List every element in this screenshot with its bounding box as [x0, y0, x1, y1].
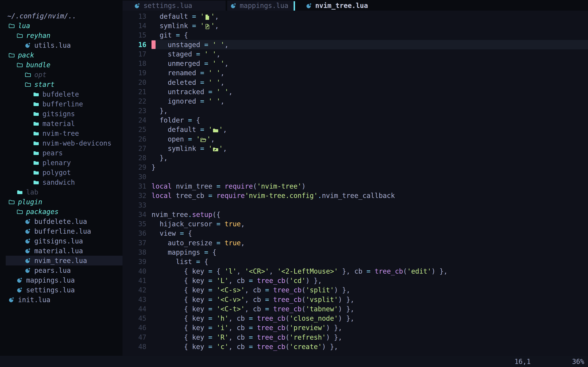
tree-item-bufferline[interactable]: bufferline: [0, 99, 122, 109]
code-text: mappings = {: [151, 248, 216, 256]
code-line-13[interactable]: 13 default = '',: [122, 12, 588, 21]
tree-item-utils.lua[interactable]: utils.lua: [0, 40, 122, 50]
tree-item-reyhan[interactable]: reyhan: [0, 31, 122, 40]
tree-item-lua[interactable]: lua: [0, 21, 122, 31]
code-line-44[interactable]: 44 { key = '<C-t>', cb = tree_cb('tabnew…: [122, 304, 588, 314]
tree-item-mappings.lua[interactable]: mappings.lua: [0, 275, 122, 285]
tree-item-start[interactable]: start: [0, 80, 122, 89]
code-line-39[interactable]: 39 list = {: [122, 257, 588, 267]
tab-mappings.lua[interactable]: mappings.lua: [227, 1, 294, 11]
code-line-26[interactable]: 26 open = '',: [122, 134, 588, 144]
folder-open-green-icon: [200, 137, 207, 143]
tab-nvim_tree.lua[interactable]: nvim_tree.lua: [295, 1, 392, 11]
code-text: renamed = ' ',: [151, 69, 225, 77]
code-text: local nvim_tree = require('nvim-tree'): [151, 182, 306, 190]
code-line-28[interactable]: 28 },: [122, 153, 588, 162]
code-text: { key = '<C-s>', cb = tree_cb('split') }…: [151, 286, 350, 294]
code-line-43[interactable]: 43 { key = '<C-v>', cb = tree_cb('vsplit…: [122, 295, 588, 304]
code-line-46[interactable]: 46 { key = 'i', cb = tree_cb('preview') …: [122, 323, 588, 333]
code-line-25[interactable]: 25 default = '',: [122, 125, 588, 134]
code-line-24[interactable]: 24 folder = {: [122, 115, 588, 125]
code-line-30[interactable]: 30: [122, 172, 588, 182]
code-line-48[interactable]: 48 { key = 'c', cb = tree_cb('create') }…: [122, 342, 588, 351]
code-line-21[interactable]: 21 untracked = ' ',: [122, 87, 588, 96]
tab-settings.lua[interactable]: settings.lua: [122, 1, 226, 11]
code-line-42[interactable]: 42 { key = '<C-s>', cb = tree_cb('split'…: [122, 285, 588, 295]
code-line-18[interactable]: 18 unmerged = ' ',: [122, 59, 588, 68]
code-line-32[interactable]: 32local tree_cb = require'nvim-tree.conf…: [122, 191, 588, 200]
tree-item-gitsigns.lua[interactable]: gitsigns.lua: [0, 236, 122, 246]
code-line-23[interactable]: 23 },: [122, 106, 588, 115]
tree-item-bufferline.lua[interactable]: bufferline.lua: [0, 226, 122, 236]
code-line-31[interactable]: 31local nvim_tree = require('nvim-tree'): [122, 182, 588, 191]
lua-icon: [25, 248, 31, 254]
tree-root-path[interactable]: ~/.config/nvim/..: [0, 11, 122, 21]
code-line-29[interactable]: 29}: [122, 163, 588, 172]
code-line-15[interactable]: 15 git = {: [122, 31, 588, 40]
line-number: 13: [122, 12, 151, 20]
folder-icon: [33, 120, 39, 127]
lua-icon: [17, 287, 23, 293]
tree-item-polygot[interactable]: polygot: [0, 167, 122, 177]
code-line-34[interactable]: 34nvim_tree.setup({: [122, 210, 588, 219]
code-text: nvim_tree.setup({: [151, 211, 221, 218]
code-text: git = {: [151, 31, 188, 39]
editor[interactable]: 13 default = '',14 symlink = '',15 git =…: [122, 11, 588, 357]
tree-item-nvim-web-devicons[interactable]: nvim-web-devicons: [0, 138, 122, 148]
tree-item-label: material.lua: [34, 247, 83, 255]
folder-icon: [33, 179, 39, 185]
code-line-41[interactable]: 41 { key = 'L', cb = tree_cb('cd') },: [122, 276, 588, 285]
tree-item-lab[interactable]: lab: [0, 187, 122, 197]
code-line-22[interactable]: 22 ignored = ' ',: [122, 97, 588, 106]
code-line-40[interactable]: 40 { key = { 'l', '<CR>', '<2-LeftMouse>…: [122, 267, 588, 276]
code-line-37[interactable]: 37 auto_resize = true,: [122, 238, 588, 248]
tree-item-nvim_tree.lua[interactable]: nvim_tree.lua: [0, 256, 122, 266]
code-line-19[interactable]: 19 renamed = ' ',: [122, 68, 588, 78]
code-line-27[interactable]: 27 symlink = '',: [122, 144, 588, 153]
folder-open-icon: [17, 33, 23, 39]
folder-open-icon: [9, 23, 15, 29]
tree-item-bufdelete[interactable]: bufdelete: [0, 89, 122, 99]
code-line-17[interactable]: 17 staged = ' ',: [122, 49, 588, 59]
tree-item-sandwich[interactable]: sandwich: [0, 177, 122, 187]
code-line-36[interactable]: 36 view = {: [122, 229, 588, 238]
tree-item-nvim-tree[interactable]: nvim-tree: [0, 128, 122, 138]
code-line-14[interactable]: 14 symlink = '',: [122, 21, 588, 30]
code-line-20[interactable]: 20 deleted = ' ',: [122, 78, 588, 87]
line-number: 48: [122, 343, 151, 351]
line-number: 25: [122, 125, 151, 133]
line-number: 18: [122, 59, 151, 67]
code-text: deleted = ' ',: [151, 78, 225, 86]
tree-item-material.lua[interactable]: material.lua: [0, 246, 122, 256]
code-text: untracked = ' ',: [151, 88, 233, 96]
tree-item-material[interactable]: material: [0, 119, 122, 128]
tree-item-packages[interactable]: packages: [0, 207, 122, 217]
code-line-16[interactable]: 16 unstaged = ' ',: [122, 40, 588, 49]
tree-item-bundle[interactable]: bundle: [0, 60, 122, 70]
code-line-33[interactable]: 33: [122, 200, 588, 210]
tree-item-label: mappings.lua: [26, 276, 75, 284]
code-line-47[interactable]: 47 { key = 'R', cb = tree_cb('refresh') …: [122, 333, 588, 342]
tree-item-pears.lua[interactable]: pears.lua: [0, 266, 122, 275]
tree-item-opt[interactable]: opt: [0, 70, 122, 80]
tree-item-plugin[interactable]: plugin: [0, 197, 122, 207]
tree-item-plenary[interactable]: plenary: [0, 158, 122, 167]
tree-item-pears[interactable]: pears: [0, 148, 122, 158]
tree-item-label: settings.lua: [26, 286, 75, 294]
code-text: }: [151, 163, 156, 171]
code-text: { key = '<C-v>', cb = tree_cb('vsplit') …: [151, 296, 354, 304]
tree-item-pack[interactable]: pack: [0, 50, 122, 60]
code-text: { key = 'L', cb = tree_cb('cd') },: [151, 277, 322, 285]
code-line-35[interactable]: 35 hijack_cursor = true,: [122, 219, 588, 229]
tree-item-bufdelete.lua[interactable]: bufdelete.lua: [0, 217, 122, 226]
tree-item-settings.lua[interactable]: settings.lua: [0, 285, 122, 295]
tree-item-gitsigns[interactable]: gitsigns: [0, 109, 122, 119]
tree-item-init.lua[interactable]: init.lua: [0, 295, 122, 305]
code-line-45[interactable]: 45 { key = 'h', cb = tree_cb('close_node…: [122, 314, 588, 323]
code-text: staged = ' ',: [151, 50, 221, 58]
code-text: symlink = '',: [151, 22, 219, 30]
code-line-38[interactable]: 38 mappings = {: [122, 248, 588, 257]
tab-label: settings.lua: [144, 2, 192, 9]
lua-icon: [25, 267, 31, 273]
line-number: 14: [122, 22, 151, 30]
